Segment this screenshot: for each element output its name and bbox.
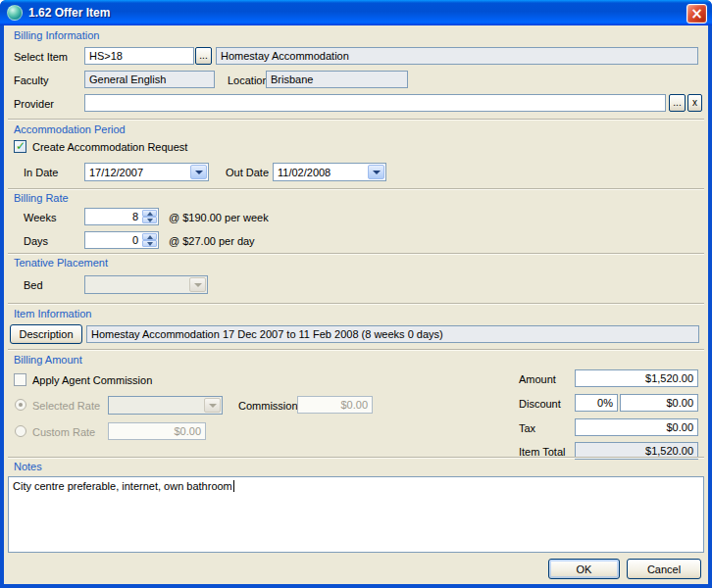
spinner-down-icon[interactable] bbox=[142, 217, 157, 223]
notes-textarea[interactable]: City centre preferable, internet, own ba… bbox=[8, 476, 704, 553]
custom-rate-field: $0.00 bbox=[108, 422, 206, 440]
weeks-value: 8 bbox=[132, 211, 138, 222]
custom-rate-radio bbox=[15, 425, 26, 437]
chevron-down-icon bbox=[194, 283, 202, 287]
provider-input[interactable] bbox=[84, 94, 666, 112]
faculty-label: Faculty bbox=[14, 74, 48, 87]
section-divider bbox=[8, 349, 704, 350]
section-header-billing-amount: Billing Amount bbox=[14, 354, 82, 366]
out-date-value: 11/02/2008 bbox=[278, 167, 331, 178]
offer-item-dialog: 1.62 Offer Item Billing Information Sele… bbox=[0, 0, 712, 588]
selected-rate-dropdown bbox=[108, 396, 223, 415]
section-divider bbox=[8, 188, 704, 189]
provider-browse-button[interactable]: ... bbox=[669, 94, 686, 112]
discount-amount-field[interactable]: $0.00 bbox=[620, 394, 698, 412]
weeks-label: Weeks bbox=[24, 212, 56, 224]
selected-rate-radio bbox=[15, 399, 26, 411]
window-titlebar[interactable]: 1.62 Offer Item bbox=[0, 0, 712, 25]
weeks-rate-text: @ $190.00 per week bbox=[169, 212, 269, 224]
selected-rate-label: Selected Rate bbox=[32, 400, 100, 413]
section-header-notes: Notes bbox=[14, 461, 42, 472]
description-field: Homestay Accommodation 17 Dec 2007 to 11… bbox=[86, 325, 699, 343]
discount-label: Discount bbox=[519, 398, 561, 411]
spinner-down-icon[interactable] bbox=[142, 240, 157, 247]
app-icon bbox=[7, 5, 23, 21]
spinner-up-icon[interactable] bbox=[142, 233, 157, 240]
bed-dropdown-arrow-icon bbox=[189, 277, 206, 292]
commission-label: Commission bbox=[238, 400, 298, 413]
chevron-down-icon bbox=[373, 171, 381, 174]
out-date-dropdown-arrow-icon[interactable] bbox=[368, 165, 384, 179]
text-caret bbox=[233, 480, 234, 492]
select-item-browse-button[interactable]: ... bbox=[195, 47, 212, 65]
section-divider bbox=[8, 253, 704, 254]
select-item-input[interactable]: HS>18 bbox=[84, 47, 194, 65]
faculty-field: General English bbox=[84, 71, 215, 88]
custom-rate-label: Custom Rate bbox=[32, 426, 95, 439]
notes-text: City centre preferable, internet, own ba… bbox=[13, 480, 232, 492]
section-divider bbox=[8, 119, 704, 120]
create-accommodation-request-checkbox[interactable] bbox=[14, 140, 26, 153]
commission-field: $0.00 bbox=[297, 396, 373, 414]
bed-dropdown bbox=[84, 275, 208, 294]
cancel-button[interactable]: Cancel bbox=[627, 559, 701, 579]
in-date-dropdown-arrow-icon[interactable] bbox=[190, 165, 207, 179]
location-field: Brisbane bbox=[266, 71, 408, 88]
section-header-item-information: Item Information bbox=[14, 308, 91, 319]
section-header-accommodation-period: Accommodation Period bbox=[14, 123, 126, 135]
discount-percent-field[interactable]: 0% bbox=[575, 394, 618, 412]
checkmark-icon bbox=[16, 139, 25, 153]
days-value: 0 bbox=[132, 234, 138, 246]
in-date-value: 17/12/2007 bbox=[89, 167, 143, 178]
item-name-field: Homestay Accommodation bbox=[216, 47, 698, 65]
days-label: Days bbox=[24, 235, 48, 248]
description-button[interactable]: Description bbox=[10, 324, 82, 344]
section-divider bbox=[8, 457, 704, 458]
spinner-up-icon[interactable] bbox=[142, 210, 157, 217]
selected-rate-dropdown-arrow-icon bbox=[204, 398, 221, 413]
provider-clear-button[interactable]: x bbox=[687, 94, 702, 112]
ok-button[interactable]: OK bbox=[548, 559, 620, 579]
weeks-stepper[interactable]: 8 bbox=[84, 208, 159, 225]
close-icon bbox=[690, 7, 703, 22]
section-header-billing-information: Billing Information bbox=[14, 29, 99, 41]
section-header-tenative-placement: Tenative Placement bbox=[14, 257, 108, 269]
in-date-label: In Date bbox=[24, 167, 58, 179]
apply-agent-commission-checkbox[interactable] bbox=[14, 373, 26, 386]
amount-field[interactable]: $1,520.00 bbox=[575, 369, 698, 387]
weeks-spin-buttons bbox=[142, 210, 157, 223]
chevron-down-icon bbox=[209, 404, 217, 408]
section-header-billing-rate: Billing Rate bbox=[14, 192, 69, 204]
select-item-label: Select Item bbox=[14, 51, 68, 64]
radio-dot-icon bbox=[19, 403, 23, 407]
provider-label: Provider bbox=[14, 98, 54, 111]
apply-agent-commission-label: Apply Agent Commission bbox=[32, 374, 152, 387]
days-spin-buttons bbox=[142, 233, 157, 247]
amount-label: Amount bbox=[519, 373, 556, 386]
days-rate-text: @ $27.00 per day bbox=[169, 235, 255, 248]
out-date-label: Out Date bbox=[226, 167, 269, 179]
out-date-dropdown[interactable]: 11/02/2008 bbox=[273, 163, 386, 181]
close-button[interactable] bbox=[687, 4, 707, 24]
window-title: 1.62 Offer Item bbox=[28, 6, 110, 20]
days-stepper[interactable]: 0 bbox=[84, 231, 159, 249]
in-date-dropdown[interactable]: 17/12/2007 bbox=[84, 163, 209, 181]
chevron-down-icon bbox=[195, 171, 203, 174]
create-accommodation-request-label: Create Accommodation Request bbox=[32, 141, 187, 154]
tax-label: Tax bbox=[519, 422, 535, 435]
tax-field[interactable]: $0.00 bbox=[575, 418, 698, 436]
location-label: Location bbox=[228, 74, 269, 87]
section-divider bbox=[8, 303, 704, 304]
bed-label: Bed bbox=[24, 279, 43, 292]
